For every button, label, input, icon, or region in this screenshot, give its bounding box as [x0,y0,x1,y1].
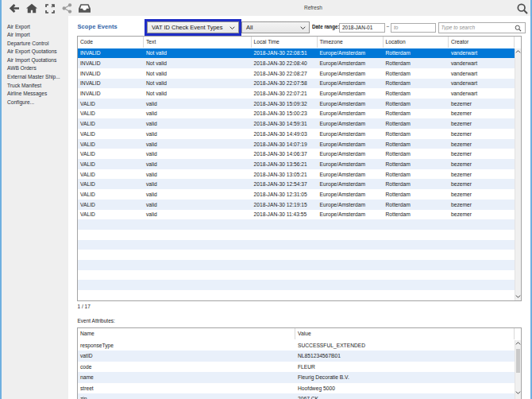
home-button[interactable] [25,1,37,16]
sidebar-item[interactable]: Air Import Quotations [2,56,68,65]
search-icon [515,25,522,32]
back-icon [9,3,19,14]
table-row[interactable]: VALIDvalid2018-JAN-30 14:07:19Europe/Ams… [78,139,515,149]
scroll-up-icon[interactable] [515,340,522,347]
table-row[interactable]: VALIDvalid2018-JAN-30 15:09:32Europe/Ams… [78,99,515,109]
table-row-empty [78,280,515,290]
table-row-empty [78,240,515,250]
scroll-up-icon[interactable] [515,48,522,56]
attribute-row[interactable]: codeFLEUR [78,362,515,373]
cell-local_time: 2018-JAN-30 14:06:37 [252,149,318,159]
cell-creator: vanderwart [449,68,515,79]
sidebar-item[interactable]: AWB Orders [2,64,68,73]
cell-code: VALID [78,200,144,210]
event-type-dropdown[interactable]: VAT ID Check Event Types [147,21,239,33]
sidebar-item[interactable]: Air Export [2,23,68,32]
attribute-row[interactable]: nameFleurig Decoratie B.V. [78,372,515,383]
table-row[interactable]: INVALIDNot valid2018-JAN-30 22:07:58Euro… [78,79,515,89]
sidebar-item[interactable]: Airline Messages [2,90,68,99]
cell-location: Rotterdam [384,88,449,99]
table-row[interactable]: VALIDvalid2018-JAN-30 12:19:15Europe/Ams… [78,200,515,210]
table-row[interactable]: INVALIDNot valid2018-JAN-30 22:08:40Euro… [78,58,515,68]
table-row[interactable]: VALIDvalid2018-JAN-30 13:05:21Europe/Ams… [78,169,515,180]
cell-timezone: Europe/Amsterdam [318,149,384,159]
inbox-button[interactable] [78,1,91,16]
table-row[interactable]: VALIDvalid2018-JAN-30 14:59:31Europe/Ams… [78,118,515,129]
search-input[interactable] [438,22,526,33]
scroll-down-icon[interactable] [515,293,522,300]
cell-text: Not valid [144,58,252,68]
table-row-empty [78,250,515,260]
sidebar-item[interactable]: Air Export Quotations [2,48,68,56]
chevron-down-icon [300,26,306,30]
events-table-scrollbar[interactable] [515,48,522,300]
table-row[interactable]: INVALIDNot valid2018-JAN-30 22:08:27Euro… [78,68,515,79]
refresh-button[interactable]: Refresh [304,0,322,16]
events-column-header[interactable]: Text [144,37,252,48]
table-row[interactable]: VALIDvalid2018-JAN-30 12:31:05Europe/Ams… [78,189,515,200]
pagination-status: 1 / 17 [78,304,91,309]
attributes-column-header[interactable]: Value [295,328,515,339]
cell-text: valid [144,200,252,210]
table-row[interactable]: INVALIDNot valid2018-JAN-30 22:07:21Euro… [78,88,515,99]
cell-location: Rotterdam [384,109,449,119]
cell-local_time: 2018-JAN-30 13:05:21 [252,169,318,180]
cell-name: name [78,372,295,383]
attribute-row[interactable]: zip2067 CK [78,393,515,399]
sidebar-item[interactable]: Configure... [2,99,68,107]
attributes-table-header: NameValue [78,328,521,340]
cell-code: INVALID [78,58,144,68]
event-type-dropdown-focus-ring: VAT ID Check Event Types [145,19,241,36]
table-row[interactable]: VALIDvalid2018-JAN-30 11:43:55Europe/Ams… [78,210,515,220]
cell-timezone: Europe/Amsterdam [318,139,384,149]
cell-name: street [78,383,295,394]
cell-creator: vanderwart [449,48,515,59]
scroll-down-icon[interactable] [515,389,522,397]
cell-creator: bezemer [449,129,515,139]
global-search-button[interactable] [515,1,530,16]
events-column-header[interactable]: Timezone [318,37,384,48]
table-row[interactable]: VALIDvalid2018-JAN-30 14:49:03Europe/Ams… [78,129,515,139]
cell-text: valid [144,109,252,119]
cell-location: Rotterdam [384,118,449,129]
events-column-header[interactable]: Location [384,37,449,48]
cell-code: VALID [78,118,144,129]
events-column-header[interactable]: Creator [449,37,515,48]
table-row[interactable]: INVALIDNot valid2018-JAN-30 22:08:51Euro… [78,48,515,59]
cell-creator: vanderwart [449,58,515,68]
share-button[interactable] [61,1,72,16]
sidebar-item[interactable]: Truck Manifest [2,82,68,91]
attribute-row[interactable]: streetHoofdweg 5000 [78,383,515,394]
attributes-table-scrollbar[interactable] [515,340,522,399]
cell-text: valid [144,169,252,180]
cell-location: Rotterdam [384,189,449,200]
attribute-row[interactable]: responseTypeSUCCESSFUL_EXTENDED [78,340,515,351]
back-button[interactable] [8,1,19,16]
attribute-row[interactable]: vatIDNL851234567B01 [78,351,515,362]
table-row[interactable]: VALIDvalid2018-JAN-30 12:54:37Europe/Ams… [78,179,515,189]
sidebar-nav: Air ExportAir ImportDeparture ControlAir… [2,16,68,399]
table-row[interactable]: VALIDvalid2018-JAN-30 14:06:37Europe/Ams… [78,149,515,159]
cell-location: Rotterdam [384,48,449,59]
cell-name: responseType [78,340,295,351]
cell-text: Not valid [144,88,252,99]
attributes-column-header[interactable]: Name [78,328,295,339]
sidebar-item[interactable]: Departure Control [2,40,68,48]
sidebar-item[interactable]: Air Import [2,31,68,40]
event-subtype-dropdown[interactable]: All [241,21,310,33]
date-from-input[interactable] [339,23,385,33]
cell-code: VALID [78,189,144,200]
main-panel: Scope Events VAT ID Check Event Types Al… [68,16,530,399]
table-row[interactable]: VALIDvalid2018-JAN-30 15:00:23Europe/Ams… [78,109,515,119]
cell-text: valid [144,179,252,189]
table-row-empty [78,230,515,240]
cell-text: valid [144,129,252,139]
scrollbar-thumb[interactable] [516,349,521,373]
cell-code: VALID [78,159,144,169]
table-row[interactable]: VALIDvalid2018-JAN-30 13:56:21Europe/Ams… [78,159,515,169]
events-column-header[interactable]: Code [78,37,144,48]
fullscreen-button[interactable] [44,1,56,16]
sidebar-item[interactable]: External Master Ship... [2,73,68,82]
events-column-header[interactable]: Local Time [252,37,318,48]
date-to-input[interactable] [391,23,436,33]
